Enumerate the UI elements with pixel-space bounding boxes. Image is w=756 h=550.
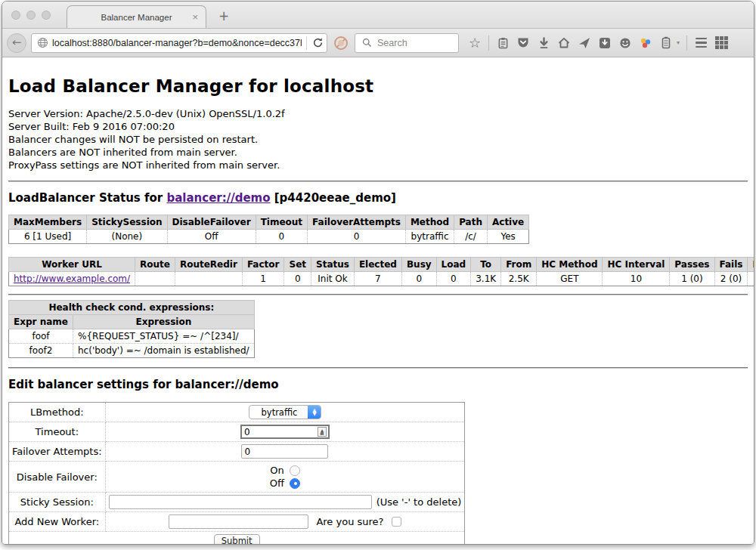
search-input[interactable] (377, 38, 445, 48)
radio-off[interactable] (290, 478, 300, 489)
col-failoverattempts: FailoverAttempts (308, 215, 406, 230)
tab-title: Balancer Manager (101, 13, 172, 22)
inherit-note-line: Balancers are NOT inherited from main se… (8, 146, 748, 159)
clipboard-icon[interactable] (496, 36, 510, 50)
new-worker-input[interactable] (169, 514, 308, 529)
window-controls (11, 11, 51, 20)
failover-attempts-input[interactable] (241, 444, 328, 459)
workers-table: Worker URL Route RouteRedir Factor Set S… (8, 257, 754, 286)
col-expression: Expression (73, 315, 255, 329)
search-box[interactable] (355, 33, 459, 53)
navigation-toolbar: ← localhost:8880/balancer-manager?b=demo… (2, 29, 754, 57)
health-check-table: Health check cond. expressions: Expr nam… (8, 300, 255, 358)
status-heading-suffix: [p4420eeae_demo] (271, 191, 396, 205)
col-active: Active (487, 215, 528, 230)
url-text: localhost:8880/balancer-manager?b=demo&n… (52, 38, 302, 48)
home-icon[interactable] (557, 36, 571, 50)
browser-tab[interactable]: Balancer Manager × (67, 5, 206, 28)
col-disablefailover: DisableFailover (167, 215, 256, 230)
save-to-pocket-icon[interactable] (598, 36, 612, 50)
worker-url-link[interactable]: http://www.example.com/ (14, 273, 130, 284)
health-row: foof %{REQUEST_STATUS} =~ /^[234]/ (9, 329, 255, 344)
col-maxmembers: MaxMembers (9, 215, 87, 230)
server-version-line: Server Version: Apache/2.5.0-dev (Unix) … (8, 107, 748, 120)
timeout-input[interactable] (242, 427, 318, 437)
zoom-window-button[interactable] (42, 11, 51, 20)
page-title: Load Balancer Manager for localhost (8, 76, 748, 96)
bookmark-star-icon[interactable]: ☆ (468, 36, 482, 50)
form-row-timeout: Timeout: ▲▬ (9, 422, 465, 442)
col-expr-name: Expr name (9, 315, 73, 329)
col-method: Method (405, 215, 454, 230)
url-bar[interactable]: localhost:8880/balancer-manager?b=demo&n… (31, 33, 327, 53)
menu-icon[interactable] (694, 36, 708, 50)
table-row: 6 [1 Used] (None) Off 0 0 bytraffic /c/ … (9, 230, 529, 244)
toolbar-divider-2 (686, 36, 687, 51)
minimize-window-button[interactable] (26, 11, 36, 20)
form-row-lbmethod: LBmethod: bytraffic ▲▼ (9, 403, 465, 422)
sticky-session-label: Sticky Session: (9, 493, 106, 512)
status-heading-prefix: LoadBalancer Status for (8, 191, 166, 205)
toolbar-divider (488, 36, 489, 51)
server-built-line: Server Built: Feb 9 2016 07:00:20 (8, 120, 748, 133)
col-stickysession: StickySession (87, 215, 167, 230)
urlbar-divider (306, 36, 307, 50)
content-blocker-icon[interactable] (333, 36, 349, 50)
persist-note-line: Balancer changes will NOT be persisted o… (8, 133, 748, 146)
form-row-add-worker: Add New Worker: Are you sure? (9, 512, 465, 532)
chevron-down-icon[interactable]: ▾ (677, 39, 680, 46)
proxypass-note-line: ProxyPass settings are NOT inherited fro… (8, 159, 748, 171)
edit-settings-heading: Edit balancer settings for balancer://de… (8, 378, 748, 391)
downloads-icon[interactable] (537, 36, 550, 50)
timeout-field-frame: ▲▬ (240, 425, 330, 439)
balancer-params-table: MaxMembers StickySession DisableFailover… (8, 215, 529, 244)
browser-window: Balancer Manager × + ← localhost:8880/ba… (2, 1, 754, 545)
col-path: Path (454, 215, 488, 230)
send-to-device-icon[interactable] (578, 36, 591, 50)
server-info: Server Version: Apache/2.5.0-dev (Unix) … (8, 107, 748, 171)
search-icon (360, 36, 373, 50)
radio-on-label: On (270, 465, 284, 476)
divider (8, 367, 748, 369)
number-spinner-icon[interactable]: ▲▬ (318, 427, 327, 437)
divider (8, 181, 748, 182)
back-button[interactable]: ← (7, 33, 26, 53)
lbmethod-label: LBmethod: (9, 403, 106, 422)
health-row: foof2 hc('body') =~ /domain is establish… (9, 344, 255, 358)
lbmethod-select[interactable]: bytraffic ▲▼ (249, 405, 322, 419)
col-timeout: Timeout (256, 215, 307, 230)
confirm-checkbox[interactable] (392, 517, 401, 527)
health-table-title: Health check cond. expressions: (9, 301, 255, 315)
device-battery-icon[interactable] (659, 36, 673, 50)
disable-failover-label: Disable Failover: (9, 462, 106, 493)
confirm-label: Are you sure? (316, 516, 383, 527)
form-row-sticky-session: Sticky Session: (Use '-' to delete) (9, 493, 465, 512)
select-stepper-icon: ▲▼ (308, 405, 321, 419)
forum-smiley-icon[interactable] (618, 36, 632, 50)
form-row-failover-attempts: Failover Attempts: (9, 442, 465, 462)
page-content: Load Balancer Manager for localhost Serv… (2, 57, 754, 544)
tab-bar: Balancer Manager × + (2, 2, 754, 29)
close-window-button[interactable] (11, 11, 20, 20)
reload-icon[interactable] (311, 36, 324, 50)
radio-on[interactable] (290, 465, 300, 476)
form-row-disable-failover: Disable Failover: On Off (9, 462, 465, 493)
radio-off-label: Off (270, 477, 284, 489)
balancer-link[interactable]: balancer://demo (166, 191, 270, 205)
divider (8, 294, 748, 295)
toolbar-icons: ☆ (468, 36, 749, 51)
add-worker-label: Add New Worker: (9, 512, 106, 532)
tab-close-icon[interactable]: × (192, 11, 198, 23)
status-heading: LoadBalancer Status for balancer://demo … (8, 191, 748, 205)
worker-row: http://www.example.com/ 1 0 Init Ok 7 0 … (9, 272, 754, 286)
table-header-row: MaxMembers StickySession DisableFailover… (9, 215, 529, 230)
pocket-icon[interactable] (516, 36, 530, 50)
tile-grid-icon[interactable] (714, 36, 728, 50)
form-row-submit: Submit (9, 532, 465, 545)
new-tab-button[interactable]: + (218, 8, 229, 23)
extension-colors-icon[interactable] (639, 36, 652, 50)
balancer-settings-form: LBmethod: bytraffic ▲▼ Timeout: ▲▬ (8, 402, 465, 544)
site-globe-icon (36, 36, 48, 50)
submit-button[interactable]: Submit (214, 534, 260, 544)
sticky-session-input[interactable] (109, 495, 372, 509)
